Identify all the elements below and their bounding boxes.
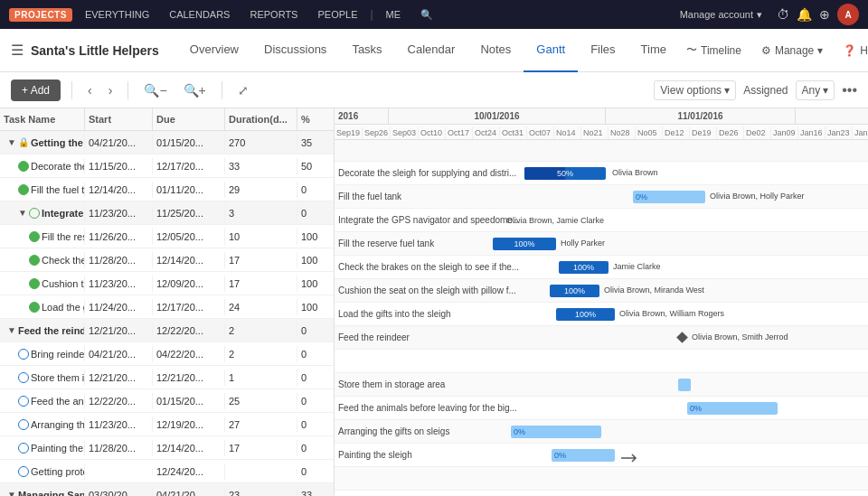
task-list-header: Task Name Start Due Duration(d... %	[0, 108, 334, 131]
task-name-label: Integrate the G...	[42, 208, 85, 219]
group-toggle-icon[interactable]: ▼	[7, 325, 16, 335]
nav-next-icon[interactable]: ›	[104, 80, 118, 100]
task-duration: 17	[225, 252, 297, 268]
task-pct: 0	[297, 182, 334, 198]
tab-calendar[interactable]: Calendar	[395, 29, 468, 72]
task-row[interactable]: Cushion the sea... 11/23/20... 12/09/20.…	[0, 272, 334, 295]
add-button[interactable]: + Add	[11, 80, 61, 101]
task-row[interactable]: Feed the ani... 12/22/20... 01/15/20... …	[0, 389, 334, 413]
task-name-cell: Arranging the g...	[0, 416, 85, 433]
gantt-week: De26	[717, 126, 744, 139]
expand-icon[interactable]: ⤢	[233, 80, 253, 100]
task-row[interactable]: Getting protecti... 12/24/20... 0	[0, 460, 334, 483]
task-name-cell: Fill the fuel tank	[0, 182, 85, 198]
task-duration: 17	[225, 440, 297, 456]
task-row[interactable]: ▼ Integrate the G... 11/23/20... 11/25/2…	[0, 201, 334, 225]
tab-time[interactable]: Time	[628, 29, 679, 72]
task-duration: 24	[225, 299, 297, 315]
timer-icon[interactable]: ⏱	[777, 7, 789, 22]
task-name-label: Decorate the sl...	[31, 161, 85, 172]
status-icon	[18, 443, 29, 454]
task-due: 11/25/20...	[153, 205, 225, 221]
manage-account[interactable]: Manage account ▾	[680, 9, 762, 21]
task-row[interactable]: Fill the fuel tank 12/14/20... 01/11/20.…	[0, 178, 334, 201]
gantt-week: No05	[636, 126, 663, 139]
nav-calendars[interactable]: CALENDARS	[162, 9, 237, 20]
task-name-label: Load the gifts in...	[42, 302, 85, 313]
tab-discussions[interactable]: Discussions	[251, 29, 339, 72]
gantt-bar: 0%	[687, 402, 778, 415]
search-icon[interactable]: 🔍	[413, 9, 440, 21]
nav-people[interactable]: PEOPLE	[310, 9, 364, 20]
tab-files[interactable]: Files	[578, 29, 627, 72]
tab-tasks[interactable]: Tasks	[339, 29, 394, 72]
more-options-btn[interactable]: •••	[842, 82, 857, 98]
task-row[interactable]: ▼ Feed the reinde... 12/21/20... 12/22/2…	[0, 319, 334, 342]
gantt-week: Sep03	[391, 126, 419, 139]
group-toggle-icon[interactable]: ▼	[18, 208, 27, 218]
nav-me[interactable]: ME	[379, 9, 409, 20]
status-icon	[29, 208, 40, 219]
gantt-week: De02	[744, 126, 771, 139]
gantt-month-oct: 10/01/2016	[389, 108, 606, 124]
task-name-cell: ▼ Feed the reinde...	[0, 323, 85, 339]
task-row[interactable]: Check the brake... 11/28/20... 12/14/20.…	[0, 248, 334, 272]
view-options-btn[interactable]: View options ▾	[654, 80, 736, 100]
status-icon	[18, 184, 29, 195]
task-name-label: Managing Santa's we...	[18, 490, 85, 497]
task-pct: 35	[297, 135, 334, 151]
task-name-label: Arranging the g...	[31, 419, 85, 430]
group-toggle-icon[interactable]: ▼	[7, 490, 16, 496]
gantt-milestone	[678, 333, 686, 342]
gantt-week: Oct31	[500, 126, 527, 139]
timeline-btn[interactable]: 〜 Timeline	[679, 39, 749, 61]
nav-reports[interactable]: REPORTS	[242, 9, 305, 20]
task-name-label: Feed the reinde...	[18, 325, 85, 336]
task-row[interactable]: Bring reindee... 04/21/20... 04/22/20...…	[0, 342, 334, 366]
gantt-panel[interactable]: 2016 10/01/2016 11/01/2016 12/01/2016 01…	[335, 108, 868, 496]
projects-badge[interactable]: PROJECTS	[9, 8, 72, 22]
timeline-icon: 〜	[686, 42, 697, 58]
zoom-in-icon[interactable]: 🔍+	[179, 80, 211, 100]
task-row[interactable]: ▼ 🔒 Getting the sleigh ... 04/21/20... 0…	[0, 131, 334, 154]
task-name-label: Store them in...	[31, 372, 85, 383]
gantt-month-dec: 12/01/2016	[796, 108, 868, 124]
task-row[interactable]: ▼ Managing Santa's we... 03/30/20... 04/…	[0, 483, 334, 496]
task-row[interactable]: Fill the reserv... 11/26/20... 12/05/20.…	[0, 225, 334, 248]
task-pct: 50	[297, 158, 334, 174]
task-name-cell: ▼ Managing Santa's we...	[0, 487, 85, 497]
task-start	[85, 469, 153, 474]
task-pct: 0	[297, 440, 334, 456]
add-icon[interactable]: ⊕	[819, 7, 830, 22]
gantt-bar-pct: 100%	[575, 310, 596, 319]
tab-gantt[interactable]: Gantt	[524, 29, 578, 72]
notification-icon[interactable]: 🔔	[797, 7, 812, 22]
avatar[interactable]: A	[837, 4, 859, 25]
task-row[interactable]: Decorate the sl... 11/15/20... 12/17/20.…	[0, 154, 334, 178]
gantt-assignee: Olivia Brown, Smith Jerrod	[692, 332, 788, 342]
task-row[interactable]: Painting the slei... 11/28/20... 12/14/2…	[0, 436, 334, 460]
task-row[interactable]: Store them in... 12/21/20... 12/21/20...…	[0, 366, 334, 389]
tab-notes[interactable]: Notes	[467, 29, 524, 72]
nav-prev-icon[interactable]: ‹	[83, 80, 97, 100]
task-row[interactable]: Load the gifts in... 11/24/20... 12/17/2…	[0, 295, 334, 319]
status-icon	[18, 396, 29, 407]
task-duration: 2	[225, 323, 297, 339]
assigned-filter-btn[interactable]: Any ▾	[796, 80, 835, 100]
task-name-cell: Bring reindee...	[0, 346, 85, 362]
help-btn[interactable]: ❓ Help	[835, 41, 868, 61]
task-duration	[225, 469, 297, 474]
hamburger-icon[interactable]: ☰	[11, 42, 24, 59]
zoom-out-icon[interactable]: 🔍−	[139, 80, 171, 100]
group-toggle-icon[interactable]: ▼	[7, 137, 16, 147]
gantt-bar: 0%	[511, 426, 601, 438]
header-due: Due	[153, 108, 225, 130]
task-name-cell: Load the gifts in...	[0, 299, 85, 315]
tab-overview[interactable]: Overview	[177, 29, 251, 72]
manage-btn[interactable]: ⚙ Manage ▾	[754, 41, 830, 61]
task-row[interactable]: Arranging the g... 11/23/20... 12/19/20.…	[0, 413, 334, 436]
sec-nav-tabs: Overview Discussions Tasks Calendar Note…	[177, 29, 679, 72]
task-name-label: Getting the sleigh ...	[31, 137, 85, 148]
task-start: 11/23/20...	[85, 205, 153, 221]
nav-everything[interactable]: EVERYTHING	[78, 9, 156, 20]
